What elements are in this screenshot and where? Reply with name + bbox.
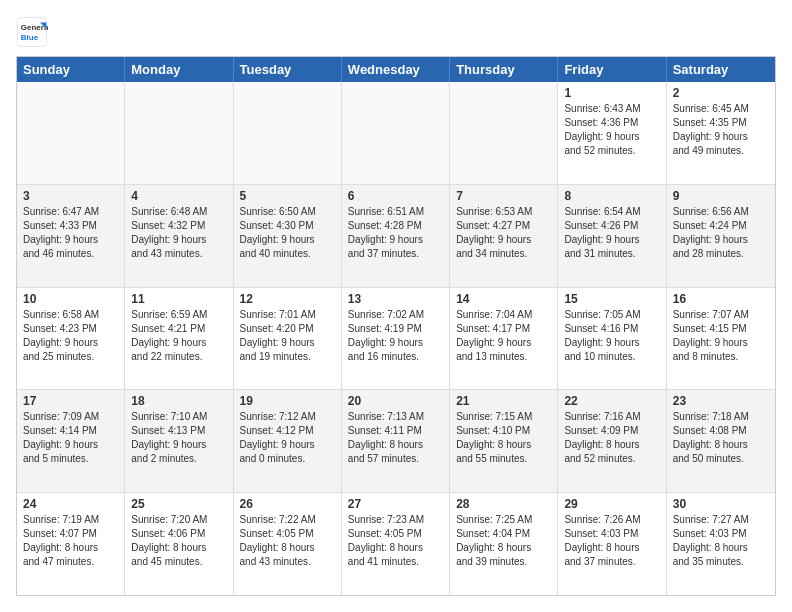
header-day-sunday: Sunday xyxy=(17,57,125,82)
calendar-cell-4-1: 25Sunrise: 7:20 AM Sunset: 4:06 PM Dayli… xyxy=(125,493,233,595)
header-day-saturday: Saturday xyxy=(667,57,775,82)
day-info: Sunrise: 7:13 AM Sunset: 4:11 PM Dayligh… xyxy=(348,410,443,466)
day-number: 12 xyxy=(240,292,335,306)
day-info: Sunrise: 7:25 AM Sunset: 4:04 PM Dayligh… xyxy=(456,513,551,569)
day-info: Sunrise: 6:53 AM Sunset: 4:27 PM Dayligh… xyxy=(456,205,551,261)
day-number: 23 xyxy=(673,394,769,408)
day-number: 4 xyxy=(131,189,226,203)
day-info: Sunrise: 7:19 AM Sunset: 4:07 PM Dayligh… xyxy=(23,513,118,569)
logo-icon: General Blue xyxy=(16,16,48,48)
day-number: 15 xyxy=(564,292,659,306)
day-number: 3 xyxy=(23,189,118,203)
calendar-cell-0-2 xyxy=(234,82,342,184)
day-number: 2 xyxy=(673,86,769,100)
calendar-cell-4-6: 30Sunrise: 7:27 AM Sunset: 4:03 PM Dayli… xyxy=(667,493,775,595)
calendar-cell-4-2: 26Sunrise: 7:22 AM Sunset: 4:05 PM Dayli… xyxy=(234,493,342,595)
calendar: SundayMondayTuesdayWednesdayThursdayFrid… xyxy=(16,56,776,596)
calendar-cell-0-3 xyxy=(342,82,450,184)
day-info: Sunrise: 6:47 AM Sunset: 4:33 PM Dayligh… xyxy=(23,205,118,261)
header: General Blue xyxy=(16,16,776,48)
calendar-cell-3-1: 18Sunrise: 7:10 AM Sunset: 4:13 PM Dayli… xyxy=(125,390,233,492)
day-number: 30 xyxy=(673,497,769,511)
day-info: Sunrise: 7:05 AM Sunset: 4:16 PM Dayligh… xyxy=(564,308,659,364)
calendar-row-4: 24Sunrise: 7:19 AM Sunset: 4:07 PM Dayli… xyxy=(17,492,775,595)
calendar-cell-1-1: 4Sunrise: 6:48 AM Sunset: 4:32 PM Daylig… xyxy=(125,185,233,287)
day-info: Sunrise: 7:10 AM Sunset: 4:13 PM Dayligh… xyxy=(131,410,226,466)
calendar-row-1: 3Sunrise: 6:47 AM Sunset: 4:33 PM Daylig… xyxy=(17,184,775,287)
calendar-cell-2-1: 11Sunrise: 6:59 AM Sunset: 4:21 PM Dayli… xyxy=(125,288,233,390)
day-number: 1 xyxy=(564,86,659,100)
day-info: Sunrise: 7:16 AM Sunset: 4:09 PM Dayligh… xyxy=(564,410,659,466)
calendar-cell-0-6: 2Sunrise: 6:45 AM Sunset: 4:35 PM Daylig… xyxy=(667,82,775,184)
header-day-thursday: Thursday xyxy=(450,57,558,82)
day-number: 16 xyxy=(673,292,769,306)
calendar-cell-1-2: 5Sunrise: 6:50 AM Sunset: 4:30 PM Daylig… xyxy=(234,185,342,287)
day-info: Sunrise: 7:22 AM Sunset: 4:05 PM Dayligh… xyxy=(240,513,335,569)
calendar-row-0: 1Sunrise: 6:43 AM Sunset: 4:36 PM Daylig… xyxy=(17,82,775,184)
day-info: Sunrise: 7:18 AM Sunset: 4:08 PM Dayligh… xyxy=(673,410,769,466)
day-number: 25 xyxy=(131,497,226,511)
day-number: 28 xyxy=(456,497,551,511)
day-number: 27 xyxy=(348,497,443,511)
day-info: Sunrise: 6:50 AM Sunset: 4:30 PM Dayligh… xyxy=(240,205,335,261)
header-day-tuesday: Tuesday xyxy=(234,57,342,82)
day-info: Sunrise: 7:09 AM Sunset: 4:14 PM Dayligh… xyxy=(23,410,118,466)
day-info: Sunrise: 7:12 AM Sunset: 4:12 PM Dayligh… xyxy=(240,410,335,466)
day-info: Sunrise: 6:48 AM Sunset: 4:32 PM Dayligh… xyxy=(131,205,226,261)
day-info: Sunrise: 6:54 AM Sunset: 4:26 PM Dayligh… xyxy=(564,205,659,261)
header-day-monday: Monday xyxy=(125,57,233,82)
calendar-cell-2-0: 10Sunrise: 6:58 AM Sunset: 4:23 PM Dayli… xyxy=(17,288,125,390)
day-number: 14 xyxy=(456,292,551,306)
day-info: Sunrise: 7:01 AM Sunset: 4:20 PM Dayligh… xyxy=(240,308,335,364)
calendar-cell-2-3: 13Sunrise: 7:02 AM Sunset: 4:19 PM Dayli… xyxy=(342,288,450,390)
calendar-body: 1Sunrise: 6:43 AM Sunset: 4:36 PM Daylig… xyxy=(17,82,775,595)
day-number: 21 xyxy=(456,394,551,408)
day-number: 10 xyxy=(23,292,118,306)
day-info: Sunrise: 6:59 AM Sunset: 4:21 PM Dayligh… xyxy=(131,308,226,364)
calendar-cell-0-0 xyxy=(17,82,125,184)
day-info: Sunrise: 6:51 AM Sunset: 4:28 PM Dayligh… xyxy=(348,205,443,261)
day-number: 9 xyxy=(673,189,769,203)
calendar-cell-4-5: 29Sunrise: 7:26 AM Sunset: 4:03 PM Dayli… xyxy=(558,493,666,595)
day-info: Sunrise: 6:56 AM Sunset: 4:24 PM Dayligh… xyxy=(673,205,769,261)
day-number: 18 xyxy=(131,394,226,408)
calendar-cell-3-5: 22Sunrise: 7:16 AM Sunset: 4:09 PM Dayli… xyxy=(558,390,666,492)
calendar-row-3: 17Sunrise: 7:09 AM Sunset: 4:14 PM Dayli… xyxy=(17,389,775,492)
day-number: 17 xyxy=(23,394,118,408)
calendar-cell-1-3: 6Sunrise: 6:51 AM Sunset: 4:28 PM Daylig… xyxy=(342,185,450,287)
day-info: Sunrise: 6:43 AM Sunset: 4:36 PM Dayligh… xyxy=(564,102,659,158)
day-info: Sunrise: 7:07 AM Sunset: 4:15 PM Dayligh… xyxy=(673,308,769,364)
day-number: 6 xyxy=(348,189,443,203)
logo: General Blue xyxy=(16,16,52,48)
calendar-cell-2-5: 15Sunrise: 7:05 AM Sunset: 4:16 PM Dayli… xyxy=(558,288,666,390)
calendar-cell-0-5: 1Sunrise: 6:43 AM Sunset: 4:36 PM Daylig… xyxy=(558,82,666,184)
day-number: 13 xyxy=(348,292,443,306)
calendar-row-2: 10Sunrise: 6:58 AM Sunset: 4:23 PM Dayli… xyxy=(17,287,775,390)
calendar-cell-1-6: 9Sunrise: 6:56 AM Sunset: 4:24 PM Daylig… xyxy=(667,185,775,287)
day-number: 11 xyxy=(131,292,226,306)
day-info: Sunrise: 7:20 AM Sunset: 4:06 PM Dayligh… xyxy=(131,513,226,569)
day-number: 5 xyxy=(240,189,335,203)
calendar-cell-3-0: 17Sunrise: 7:09 AM Sunset: 4:14 PM Dayli… xyxy=(17,390,125,492)
calendar-cell-4-4: 28Sunrise: 7:25 AM Sunset: 4:04 PM Dayli… xyxy=(450,493,558,595)
calendar-cell-3-6: 23Sunrise: 7:18 AM Sunset: 4:08 PM Dayli… xyxy=(667,390,775,492)
day-info: Sunrise: 7:23 AM Sunset: 4:05 PM Dayligh… xyxy=(348,513,443,569)
calendar-header: SundayMondayTuesdayWednesdayThursdayFrid… xyxy=(17,57,775,82)
calendar-cell-1-5: 8Sunrise: 6:54 AM Sunset: 4:26 PM Daylig… xyxy=(558,185,666,287)
calendar-cell-1-0: 3Sunrise: 6:47 AM Sunset: 4:33 PM Daylig… xyxy=(17,185,125,287)
calendar-cell-3-4: 21Sunrise: 7:15 AM Sunset: 4:10 PM Dayli… xyxy=(450,390,558,492)
calendar-cell-4-3: 27Sunrise: 7:23 AM Sunset: 4:05 PM Dayli… xyxy=(342,493,450,595)
day-number: 8 xyxy=(564,189,659,203)
svg-text:Blue: Blue xyxy=(21,33,39,42)
day-info: Sunrise: 7:26 AM Sunset: 4:03 PM Dayligh… xyxy=(564,513,659,569)
day-number: 22 xyxy=(564,394,659,408)
day-info: Sunrise: 7:04 AM Sunset: 4:17 PM Dayligh… xyxy=(456,308,551,364)
header-day-wednesday: Wednesday xyxy=(342,57,450,82)
day-number: 20 xyxy=(348,394,443,408)
day-info: Sunrise: 6:58 AM Sunset: 4:23 PM Dayligh… xyxy=(23,308,118,364)
day-number: 19 xyxy=(240,394,335,408)
calendar-cell-2-6: 16Sunrise: 7:07 AM Sunset: 4:15 PM Dayli… xyxy=(667,288,775,390)
day-info: Sunrise: 7:15 AM Sunset: 4:10 PM Dayligh… xyxy=(456,410,551,466)
page: General Blue SundayMondayTuesdayWednesda… xyxy=(0,0,792,612)
day-number: 24 xyxy=(23,497,118,511)
